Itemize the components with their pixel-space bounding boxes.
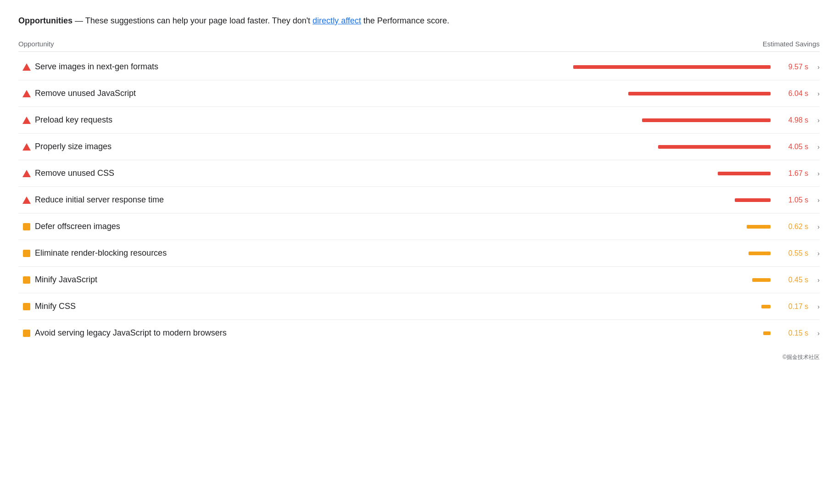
bar-wrapper-serve-images xyxy=(573,65,771,69)
opportunity-name-defer-offscreen-images: Defer offscreen images xyxy=(35,222,627,231)
opportunity-name-avoid-legacy-js: Avoid serving legacy JavaScript to moder… xyxy=(35,328,627,338)
opportunity-name-minify-js: Minify JavaScript xyxy=(35,275,627,285)
chevron-down-icon[interactable]: › xyxy=(817,196,820,204)
directly-affect-link[interactable]: directly affect xyxy=(313,16,361,25)
col-opportunity-label: Opportunity xyxy=(18,40,54,48)
opportunities-header: Opportunities — These suggestions can he… xyxy=(18,15,820,27)
footer-note: ©掘金技术社区 xyxy=(18,353,820,361)
bar-preload-key-requests xyxy=(642,118,771,122)
triangle-warning-icon xyxy=(22,117,31,124)
savings-value-reduce-server-response: 1.05 s xyxy=(776,196,808,204)
savings-value-properly-size-images: 4.05 s xyxy=(776,143,808,151)
table-header: Opportunity Estimated Savings xyxy=(18,36,820,52)
bar-wrapper-minify-js xyxy=(752,278,771,282)
bar-container-minify-css: 0.17 s› xyxy=(627,302,820,311)
savings-value-avoid-legacy-js: 0.15 s xyxy=(776,329,808,337)
bar-defer-offscreen-images xyxy=(747,225,771,229)
bar-wrapper-avoid-legacy-js xyxy=(763,331,771,335)
bar-container-avoid-legacy-js: 0.15 s› xyxy=(627,329,820,337)
chevron-down-icon[interactable]: › xyxy=(817,117,820,124)
triangle-warning-icon xyxy=(22,143,31,151)
triangle-warning-icon xyxy=(22,90,31,97)
opportunity-row-properly-size-images[interactable]: Properly size images4.05 s› xyxy=(18,134,820,160)
bar-container-eliminate-render-blocking: 0.55 s› xyxy=(627,249,820,258)
chevron-down-icon[interactable]: › xyxy=(817,90,820,97)
opportunity-row-remove-unused-js[interactable]: Remove unused JavaScript6.04 s› xyxy=(18,80,820,107)
opportunity-row-reduce-server-response[interactable]: Reduce initial server response time1.05 … xyxy=(18,187,820,213)
chevron-down-icon[interactable]: › xyxy=(817,63,820,71)
bar-avoid-legacy-js xyxy=(763,331,771,335)
bar-container-remove-unused-css: 1.67 s› xyxy=(627,169,820,178)
opportunity-row-minify-css[interactable]: Minify CSS0.17 s› xyxy=(18,293,820,320)
bar-properly-size-images xyxy=(658,145,771,149)
square-warning-icon xyxy=(23,250,30,257)
bar-container-preload-key-requests: 4.98 s› xyxy=(627,116,820,124)
bar-reduce-server-response xyxy=(735,198,771,202)
square-warning-icon xyxy=(23,276,30,284)
bar-container-reduce-server-response: 1.05 s› xyxy=(627,196,820,204)
bar-minify-js xyxy=(752,278,771,282)
bar-minify-css xyxy=(761,305,771,308)
opportunity-row-remove-unused-css[interactable]: Remove unused CSS1.67 s› xyxy=(18,160,820,187)
square-warning-icon xyxy=(23,223,30,230)
opportunity-row-serve-images[interactable]: Serve images in next-gen formats9.57 s› xyxy=(18,54,820,80)
icon-container-eliminate-render-blocking xyxy=(18,250,35,257)
bar-wrapper-remove-unused-js xyxy=(628,92,771,95)
bar-container-remove-unused-js: 6.04 s› xyxy=(627,90,820,98)
icon-container-properly-size-images xyxy=(18,143,35,151)
header-description2: the Performance score. xyxy=(361,16,449,25)
bar-wrapper-reduce-server-response xyxy=(735,198,771,202)
square-warning-icon xyxy=(23,330,30,337)
icon-container-preload-key-requests xyxy=(18,117,35,124)
savings-value-eliminate-render-blocking: 0.55 s xyxy=(776,249,808,258)
opportunity-row-eliminate-render-blocking[interactable]: Eliminate render-blocking resources0.55 … xyxy=(18,240,820,267)
chevron-down-icon[interactable]: › xyxy=(817,276,820,284)
chevron-down-icon[interactable]: › xyxy=(817,143,820,151)
opportunity-row-avoid-legacy-js[interactable]: Avoid serving legacy JavaScript to moder… xyxy=(18,320,820,346)
bar-serve-images xyxy=(573,65,771,69)
bar-container-serve-images: 9.57 s› xyxy=(573,63,820,71)
opportunity-name-minify-css: Minify CSS xyxy=(35,302,627,311)
bar-container-minify-js: 0.45 s› xyxy=(627,276,820,284)
savings-value-serve-images: 9.57 s xyxy=(776,63,808,71)
savings-value-minify-js: 0.45 s xyxy=(776,276,808,284)
triangle-warning-icon xyxy=(22,196,31,204)
savings-value-minify-css: 0.17 s xyxy=(776,302,808,311)
savings-value-preload-key-requests: 4.98 s xyxy=(776,116,808,124)
triangle-warning-icon xyxy=(22,170,31,177)
opportunity-name-remove-unused-js: Remove unused JavaScript xyxy=(35,89,627,98)
opportunity-row-preload-key-requests[interactable]: Preload key requests4.98 s› xyxy=(18,107,820,134)
bar-remove-unused-js xyxy=(628,92,771,95)
icon-container-serve-images xyxy=(18,63,35,71)
opportunity-row-minify-js[interactable]: Minify JavaScript0.45 s› xyxy=(18,267,820,293)
bar-wrapper-remove-unused-css xyxy=(718,172,771,175)
icon-container-remove-unused-js xyxy=(18,90,35,97)
opportunity-name-properly-size-images: Properly size images xyxy=(35,142,627,151)
icon-container-avoid-legacy-js xyxy=(18,330,35,337)
savings-value-remove-unused-js: 6.04 s xyxy=(776,90,808,98)
bar-eliminate-render-blocking xyxy=(749,252,771,255)
icon-container-minify-js xyxy=(18,276,35,284)
opportunity-name-remove-unused-css: Remove unused CSS xyxy=(35,168,627,178)
triangle-warning-icon xyxy=(22,63,31,71)
chevron-down-icon[interactable]: › xyxy=(817,223,820,230)
square-warning-icon xyxy=(23,303,30,310)
bar-remove-unused-css xyxy=(718,172,771,175)
chevron-down-icon[interactable]: › xyxy=(817,330,820,337)
opportunity-row-defer-offscreen-images[interactable]: Defer offscreen images0.62 s› xyxy=(18,213,820,240)
chevron-down-icon[interactable]: › xyxy=(817,170,820,177)
bar-wrapper-minify-css xyxy=(761,305,771,308)
icon-container-reduce-server-response xyxy=(18,196,35,204)
bar-wrapper-eliminate-render-blocking xyxy=(749,252,771,255)
bar-wrapper-defer-offscreen-images xyxy=(747,225,771,229)
bar-wrapper-preload-key-requests xyxy=(642,118,771,122)
chevron-down-icon[interactable]: › xyxy=(817,250,820,257)
icon-container-remove-unused-css xyxy=(18,170,35,177)
opportunity-name-reduce-server-response: Reduce initial server response time xyxy=(35,195,627,205)
icon-container-minify-css xyxy=(18,303,35,310)
opportunities-section: Opportunities — These suggestions can he… xyxy=(18,15,820,361)
chevron-down-icon[interactable]: › xyxy=(817,303,820,310)
opportunity-name-preload-key-requests: Preload key requests xyxy=(35,115,627,125)
bar-container-properly-size-images: 4.05 s› xyxy=(627,143,820,151)
header-description: — These suggestions can help your page l… xyxy=(73,16,313,25)
